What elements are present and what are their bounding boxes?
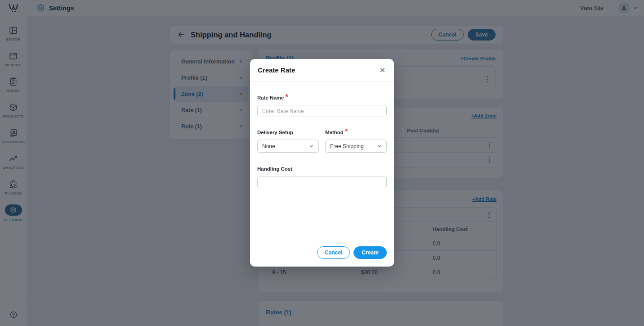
- handling-cost-label: Handling Cost: [257, 166, 292, 172]
- required-marker: *: [345, 128, 348, 136]
- delivery-setup-select[interactable]: None: [257, 140, 319, 153]
- rate-name-label: Rate Name: [257, 95, 284, 100]
- delivery-setup-value: None: [262, 143, 275, 149]
- modal-close-button[interactable]: [379, 66, 386, 74]
- required-marker: *: [285, 93, 288, 101]
- rate-name-input[interactable]: [257, 105, 387, 117]
- modal-create-button[interactable]: Create: [353, 246, 387, 259]
- modal-title: Create Rate: [258, 66, 295, 74]
- chevron-down-icon: [377, 144, 382, 149]
- modal-cancel-button[interactable]: Cancel: [317, 246, 350, 259]
- handling-cost-input[interactable]: [257, 176, 387, 188]
- method-label: Method: [325, 130, 344, 135]
- chevron-down-icon: [309, 144, 314, 149]
- method-select[interactable]: Free Shipping: [325, 140, 387, 153]
- method-value: Free Shipping: [330, 143, 364, 149]
- close-icon: [380, 67, 385, 73]
- create-rate-modal: Create Rate Rate Name* Delivery Setup No…: [250, 59, 394, 267]
- delivery-setup-label: Delivery Setup: [257, 130, 293, 135]
